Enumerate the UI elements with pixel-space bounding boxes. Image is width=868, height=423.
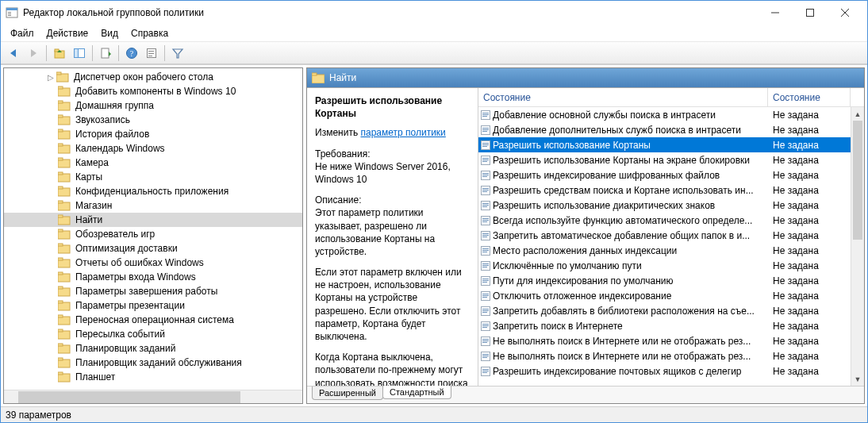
list-row[interactable]: Добавление дополнительных служб поиска в… <box>478 122 851 137</box>
chevron-right-icon[interactable]: ▷ <box>45 73 56 82</box>
tree-item-label: Домашняя группа <box>74 100 156 111</box>
filter-button[interactable] <box>168 44 187 63</box>
menu-action[interactable]: Действие <box>40 26 95 40</box>
tree-item[interactable]: История файлов <box>4 127 302 141</box>
tree-item[interactable]: Планшет <box>4 370 302 384</box>
svg-rect-122 <box>482 297 487 298</box>
statusbar: 39 параметров <box>1 406 867 422</box>
policy-icon <box>478 366 493 377</box>
maximize-button[interactable] <box>793 2 828 24</box>
tree-item-label: Параметры завершения работы <box>74 286 219 297</box>
folder-icon <box>58 271 71 283</box>
help-button[interactable]: ? <box>122 44 141 63</box>
tree-item[interactable]: Параметры завершения работы <box>4 284 302 298</box>
list-row[interactable]: Запретить добавлять в библиотеки располо… <box>478 303 851 318</box>
scroll-down-button[interactable]: ▼ <box>851 372 864 386</box>
svg-rect-69 <box>312 75 325 83</box>
tab-extended[interactable]: Расширенный <box>312 386 383 400</box>
settings-list-column: Состояние Состояние Добавление основной … <box>478 88 864 386</box>
close-button[interactable] <box>828 2 862 24</box>
show-hide-tree-button[interactable] <box>70 44 89 63</box>
scrollbar-thumb[interactable] <box>853 121 862 240</box>
settings-list[interactable]: Добавление основной службы поиска в интр… <box>478 107 864 386</box>
svg-rect-46 <box>58 215 63 217</box>
list-row[interactable]: Всегда используйте функцию автоматическо… <box>478 213 851 228</box>
svg-rect-60 <box>58 315 63 317</box>
policy-icon <box>478 321 493 332</box>
list-row[interactable]: Запретить автоматическое добавление общи… <box>478 228 851 243</box>
list-row[interactable]: Разрешить индексирование почтовых ящиков… <box>478 363 851 379</box>
list-row[interactable]: Исключённые по умолчанию путиНе задана <box>478 258 851 273</box>
menu-file[interactable]: Файл <box>4 26 40 40</box>
tree-item[interactable]: Параметры презентации <box>4 298 302 313</box>
tree-item[interactable]: Конфиденциальность приложения <box>4 184 302 198</box>
svg-rect-128 <box>482 324 489 325</box>
list-row[interactable]: Разрешить использование диакритических з… <box>478 198 851 213</box>
tab-standard[interactable]: Стандартный <box>382 386 451 399</box>
tree-item[interactable]: ▷Диспетчер окон рабочего стола <box>4 70 302 84</box>
tree-item[interactable]: Переносная операционная система <box>4 313 302 327</box>
svg-rect-66 <box>58 358 63 360</box>
scrollbar-thumb[interactable] <box>18 391 240 403</box>
list-row[interactable]: Запретить поиск в ИнтернетеНе задана <box>478 318 851 333</box>
edit-policy-link[interactable]: параметр политики <box>360 127 445 138</box>
svg-rect-142 <box>482 372 487 373</box>
tree-item[interactable]: Параметры входа Windows <box>4 270 302 284</box>
svg-rect-88 <box>482 173 489 174</box>
tree-item[interactable]: Пересылка событий <box>4 327 302 341</box>
view-tabs: Расширенный Стандартный <box>307 386 864 403</box>
svg-rect-85 <box>482 160 489 160</box>
tree-item[interactable]: Оптимизация доставки <box>4 241 302 256</box>
details-header: Найти <box>307 68 864 87</box>
tree-item[interactable]: Звукозапись <box>4 113 302 127</box>
forward-button[interactable] <box>24 44 43 63</box>
minimize-button[interactable] <box>758 2 793 24</box>
list-row[interactable]: Отключить отложенное индексированиеНе за… <box>478 288 851 303</box>
svg-rect-52 <box>58 258 63 260</box>
up-button[interactable] <box>50 44 69 63</box>
details-pane: Найти Разрешить использование Кортаны Из… <box>306 67 865 404</box>
tree-item[interactable]: Обозреватель игр <box>4 227 302 241</box>
tree-item[interactable]: Календарь Windows <box>4 141 302 156</box>
tree-item-label: Пересылка событий <box>74 329 167 340</box>
tree-item[interactable]: Карты <box>4 170 302 184</box>
tree-item[interactable]: Добавить компоненты в Windows 10 <box>4 84 302 98</box>
tree-view[interactable]: ▷Диспетчер окон рабочего столаДобавить к… <box>4 68 302 390</box>
export-list-button[interactable] <box>96 44 115 63</box>
list-row[interactable]: Не выполнять поиск в Интернете или не от… <box>478 333 851 348</box>
menu-view[interactable]: Вид <box>94 26 125 40</box>
back-button[interactable] <box>4 44 23 63</box>
svg-rect-38 <box>58 158 63 160</box>
tree-hscrollbar[interactable] <box>4 390 302 403</box>
properties-button[interactable] <box>142 44 161 63</box>
list-row[interactable]: Разрешить средствам поиска и Кортане исп… <box>478 183 851 198</box>
scroll-up-button[interactable]: ▲ <box>851 107 864 121</box>
policy-icon <box>478 260 493 271</box>
list-row[interactable]: Разрешить использование Кортаны на экран… <box>478 152 851 167</box>
list-row[interactable]: Добавление основной службы поиска в интр… <box>478 107 851 122</box>
svg-rect-30 <box>58 101 63 103</box>
svg-rect-54 <box>58 272 63 275</box>
policy-icon <box>478 155 493 166</box>
svg-rect-56 <box>58 286 63 289</box>
list-vscrollbar[interactable]: ▲ ▼ <box>851 107 864 386</box>
tree-item[interactable]: Отчеты об ошибках Windows <box>4 256 302 270</box>
list-row[interactable]: Место расположения данных индексацииНе з… <box>478 243 851 258</box>
list-row[interactable]: Пути для индексирования по умолчаниюНе з… <box>478 273 851 288</box>
menu-help[interactable]: Справка <box>125 26 175 40</box>
column-header-name[interactable]: Состояние <box>478 88 768 106</box>
svg-rect-110 <box>482 252 487 252</box>
list-row[interactable]: Разрешить индексирование шифрованных фай… <box>478 167 851 183</box>
tree-item[interactable]: Планировщик заданий <box>4 341 302 356</box>
tree-item[interactable]: Камера <box>4 156 302 170</box>
toolbar: ? <box>1 42 867 64</box>
svg-rect-138 <box>482 357 487 358</box>
list-row[interactable]: Не выполнять поиск в Интернете или не от… <box>478 348 851 363</box>
tree-item[interactable]: Домашняя группа <box>4 98 302 113</box>
tree-item[interactable]: Найти <box>4 213 302 227</box>
column-header-state[interactable]: Состояние <box>768 88 851 106</box>
policy-icon <box>478 336 493 347</box>
tree-item[interactable]: Магазин <box>4 198 302 213</box>
list-row[interactable]: Разрешить использование КортаныНе задана <box>478 137 851 152</box>
tree-item[interactable]: Планировщик заданий обслуживания <box>4 356 302 370</box>
